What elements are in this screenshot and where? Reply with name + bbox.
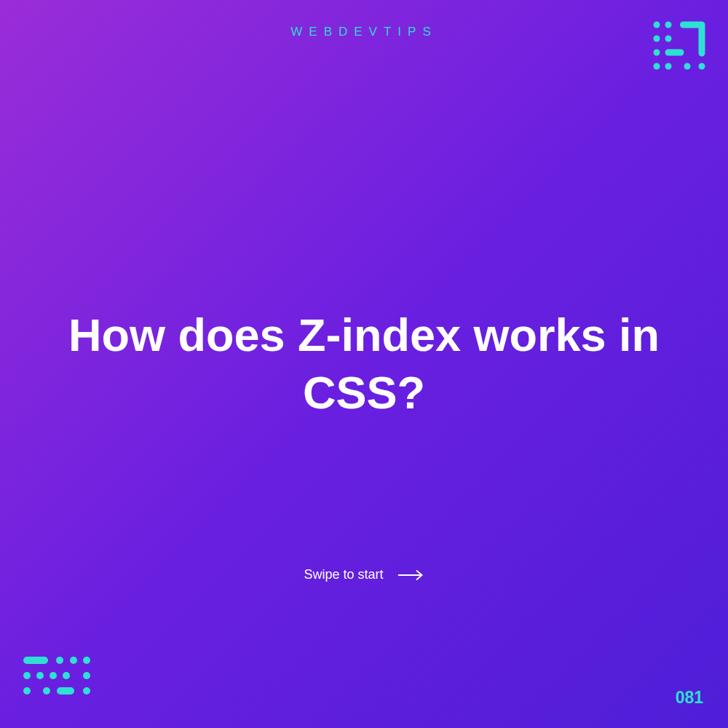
svg-point-21	[50, 672, 57, 679]
svg-point-19	[23, 672, 31, 679]
svg-rect-7	[699, 22, 705, 57]
swipe-hint: Swipe to start	[304, 567, 424, 582]
swipe-label: Swipe to start	[304, 567, 383, 582]
svg-point-8	[654, 50, 660, 56]
svg-rect-15	[23, 657, 48, 664]
svg-point-24	[23, 687, 31, 695]
svg-point-17	[70, 657, 77, 664]
svg-point-4	[665, 36, 672, 42]
decorative-dots-bottom-left-icon	[22, 655, 90, 708]
svg-point-13	[699, 63, 705, 70]
svg-point-25	[43, 687, 50, 695]
svg-point-23	[83, 672, 90, 679]
decorative-dots-top-right-icon	[652, 20, 706, 77]
svg-point-27	[83, 687, 90, 695]
arrow-right-icon	[398, 570, 424, 580]
svg-point-18	[83, 657, 90, 664]
svg-rect-9	[665, 50, 684, 56]
svg-rect-26	[57, 687, 74, 695]
svg-point-3	[654, 36, 660, 42]
svg-point-10	[654, 63, 660, 70]
svg-point-16	[56, 657, 63, 664]
svg-point-22	[63, 672, 70, 679]
svg-point-20	[36, 672, 44, 679]
page-title: How does Z-index works in CSS?	[36, 306, 692, 422]
brand-label: WEBDEVTIPS	[290, 25, 437, 39]
svg-point-0	[654, 22, 660, 28]
svg-point-11	[665, 63, 672, 70]
page-number: 081	[676, 688, 703, 708]
svg-point-12	[684, 63, 691, 70]
svg-point-1	[665, 22, 672, 28]
